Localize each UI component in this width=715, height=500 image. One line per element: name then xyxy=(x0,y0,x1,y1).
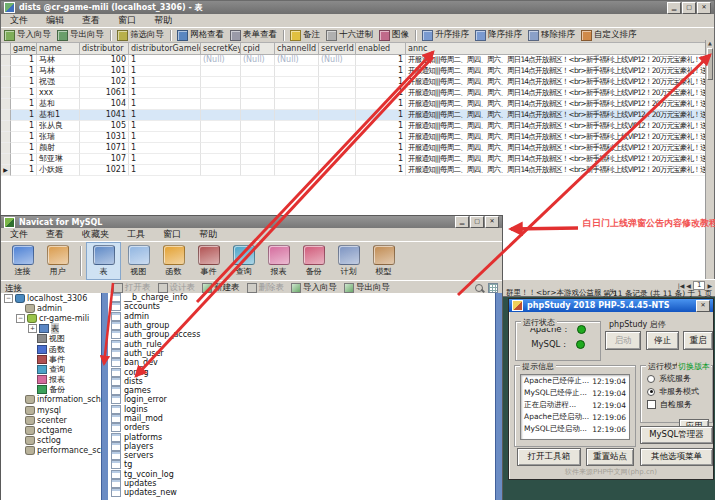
table-list-item-login_error[interactable]: login_error xyxy=(108,395,502,404)
table-cell[interactable]: 祝强 xyxy=(37,77,80,88)
table-cell[interactable] xyxy=(201,88,241,99)
table-cell[interactable]: 1 xyxy=(129,88,201,99)
table-cell[interactable]: 开服通知|||每周二、周四、周六、周日14点开放新区！<br>新手福利:上线VI… xyxy=(406,143,708,154)
table-row[interactable]: 1xxx106111开服通知|||每周二、周四、周六、周日14点开放新区！<br… xyxy=(1,88,714,99)
table-cell[interactable]: 颜射 xyxy=(37,143,80,154)
停止-button[interactable]: 停止 xyxy=(646,331,679,350)
table-cell[interactable] xyxy=(201,99,241,110)
menu-item[interactable]: 文件 xyxy=(1,14,37,27)
table-cell[interactable]: 1 xyxy=(356,132,406,143)
table-cell[interactable]: 1 xyxy=(11,132,37,143)
menu-item[interactable]: 帮助 xyxy=(145,14,181,27)
toolbar-button[interactable]: 网格查看 xyxy=(174,29,227,41)
table-list-item-players[interactable]: players xyxy=(108,442,502,451)
table-row[interactable]: 1祝强10211开服通知|||每周二、周四、周六、周日14点开放新区！<br>新… xyxy=(1,77,714,88)
table-cell[interactable] xyxy=(275,88,319,99)
menu-item[interactable]: 窗口 xyxy=(154,228,190,241)
menu-item[interactable]: 查看 xyxy=(37,228,73,241)
table-cell[interactable] xyxy=(201,143,241,154)
mode-radio-非服务模式[interactable]: 非服务模式 xyxy=(641,385,712,398)
menu-item[interactable]: 文件 xyxy=(1,228,37,241)
checkbox-icon[interactable] xyxy=(647,400,656,409)
column-header[interactable]: distributor xyxy=(80,43,129,55)
table-cell[interactable]: 基和1 xyxy=(37,110,80,121)
table-cell[interactable] xyxy=(241,99,275,110)
table-cell[interactable] xyxy=(201,77,241,88)
table-cell[interactable]: 开服通知|||每周二、周四、周六、周日14点开放新区！<br>新手福利:上线VI… xyxy=(406,165,708,176)
table-cell[interactable]: 开服通知|||每周二、周四、周六、周日14点开放新区！<br>新手福利:上线VI… xyxy=(406,121,708,132)
table-list-item-tg[interactable]: tg xyxy=(108,460,502,469)
table-list-item-dists[interactable]: dists xyxy=(108,377,502,386)
table-cell[interactable]: 1 xyxy=(356,143,406,154)
menu-item[interactable]: 窗口 xyxy=(109,14,145,27)
object-button-表[interactable]: 表 xyxy=(86,242,121,280)
table-cell[interactable] xyxy=(241,154,275,165)
menu-item[interactable]: 收藏夹 xyxy=(73,228,118,241)
expand-icon[interactable]: + xyxy=(28,324,37,333)
table-cell[interactable] xyxy=(241,143,275,154)
table-cell[interactable]: 马林 xyxy=(37,66,80,77)
column-header[interactable]: secretKey xyxy=(201,43,241,55)
toolbar-button[interactable]: 十六进制 xyxy=(323,29,376,41)
menu-item[interactable]: 编辑 xyxy=(37,14,73,27)
tree-item-视图[interactable]: 视图 xyxy=(1,334,107,344)
table-cell[interactable]: 101 xyxy=(80,66,129,77)
object-button-查询[interactable]: 查询 xyxy=(226,242,261,280)
table-row[interactable]: 1基和10411开服通知|||每周二、周四、周六、周日14点开放新区！<br>新… xyxy=(1,99,714,110)
table-list-item-accounts[interactable]: accounts xyxy=(108,302,502,311)
tree-item-performance_schema[interactable]: performance_schema xyxy=(1,446,107,456)
menu-item[interactable]: 工具 xyxy=(118,228,154,241)
tree-item-查询[interactable]: 查询 xyxy=(1,364,107,374)
table-cell[interactable] xyxy=(319,88,356,99)
table-cell[interactable]: xxx xyxy=(37,88,80,99)
table-cell[interactable]: 张从良 xyxy=(37,121,80,132)
column-header[interactable]: annc xyxy=(406,43,708,55)
table-cell[interactable]: 1 xyxy=(11,121,37,132)
table-cell[interactable] xyxy=(201,165,241,176)
table-cell[interactable]: 1 xyxy=(129,66,201,77)
table-cell[interactable] xyxy=(275,77,319,88)
tree-item-scenter[interactable]: scenter xyxy=(1,415,107,425)
menu-item[interactable]: 查看 xyxy=(73,14,109,27)
table-list-item-auth_rule[interactable]: auth_rule xyxy=(108,339,502,348)
table-cell[interactable] xyxy=(275,143,319,154)
tree-item-备份[interactable]: 备份 xyxy=(1,385,107,395)
self-check-checkbox[interactable]: 自检服务 xyxy=(641,398,712,411)
table-cell[interactable]: 基和 xyxy=(37,99,80,110)
table-cell[interactable]: 1 xyxy=(11,55,37,66)
table-cell[interactable] xyxy=(201,154,241,165)
table-cell[interactable] xyxy=(275,154,319,165)
grid-vertical-scrollbar[interactable]: ▲ xyxy=(705,40,714,282)
table-cell[interactable]: 1 xyxy=(129,154,201,165)
tree-item-函数[interactable]: 函数 xyxy=(1,344,107,354)
object-button-计划[interactable]: 计划 xyxy=(331,242,366,280)
table-cell[interactable]: 1 xyxy=(356,110,406,121)
table-cell[interactable] xyxy=(241,121,275,132)
table-cell[interactable]: 张瑞 xyxy=(37,132,80,143)
table-cell[interactable]: 1 xyxy=(11,66,37,77)
table-cell[interactable] xyxy=(319,143,356,154)
column-header[interactable]: serverId xyxy=(319,43,356,55)
table-cell[interactable]: 1 xyxy=(129,132,201,143)
table-cell[interactable]: 开服通知|||每周二、周四、周六、周日14点开放新区！<br>新手福利:上线VI… xyxy=(406,88,708,99)
other-options-button[interactable]: 其他选项菜单 xyxy=(640,448,713,466)
table-cell[interactable] xyxy=(275,132,319,143)
column-header[interactable]: cpid xyxy=(241,43,275,55)
menu-item[interactable]: 帮助 xyxy=(190,228,226,241)
reset-site-button[interactable]: 重置站点 xyxy=(586,448,634,466)
table-cell[interactable] xyxy=(319,154,356,165)
table-cell[interactable]: 1 xyxy=(129,121,201,132)
toolbar-button[interactable]: 筛选向导 xyxy=(114,29,167,41)
table-cell[interactable] xyxy=(241,77,275,88)
table-cell[interactable]: 邹亚琳 xyxy=(37,154,80,165)
object-button-用户[interactable]: 用户 xyxy=(40,242,75,280)
tree-item-sctlog[interactable]: sctlog xyxy=(1,436,107,446)
toolbar-button[interactable]: 升序排序 xyxy=(419,29,472,41)
table-cell[interactable]: 1 xyxy=(11,88,37,99)
table-cell[interactable]: 开服通知|||每周二、周四、周六、周日14点开放新区！<br>新手福利:上线VI… xyxy=(406,154,708,165)
table-row[interactable]: 1张从良10511开服通知|||每周二、周四、周六、周日14点开放新区！<br>… xyxy=(1,121,714,132)
column-header[interactable]: channelId xyxy=(275,43,319,55)
table-cell[interactable]: 1 xyxy=(356,154,406,165)
toolbar-button[interactable]: 导入向导 xyxy=(1,29,54,41)
table-cell[interactable]: 1 xyxy=(356,88,406,99)
